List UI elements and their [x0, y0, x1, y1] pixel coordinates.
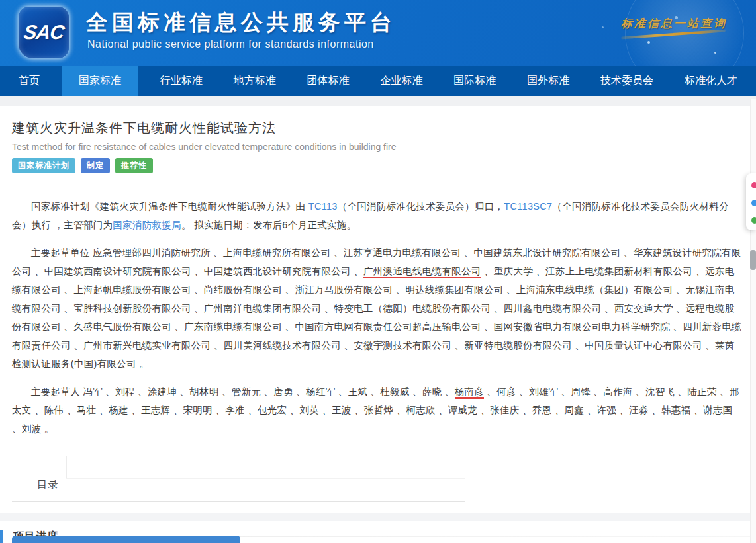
nav-item-industry-standards[interactable]: 行业标准 [151, 66, 212, 96]
red-underlined-text: 杨南彦 [455, 386, 484, 399]
share-icon-green[interactable] [751, 217, 756, 224]
article-body: 国家标准计划《建筑火灾升温条件下电缆耐火性能试验方法》由 TC113（全国消防标… [12, 197, 744, 438]
site-header: SAC 全国标准信息公共服务平台 National public service… [0, 0, 756, 66]
standard-title-en: Test method for fire resistance of cable… [12, 142, 744, 152]
section-separator [0, 513, 756, 521]
share-icon-blue[interactable] [751, 200, 756, 206]
toc-top-border [66, 478, 465, 479]
nav-item-enterprise-standards[interactable]: 企业标准 [371, 66, 432, 96]
text-segment: 、重庆大学 、江苏上上电缆集团新材料有限公司 、远东电缆有限公司 、上海起帆电缆… [12, 266, 741, 369]
badge-national-standard-plan: 国家标准计划 [12, 158, 75, 173]
toc-section: 目录 [12, 456, 465, 502]
nav-item-standardization-talent[interactable]: 标准化人才 [675, 66, 747, 96]
slogan-text: 标准信息一站查询 [621, 16, 727, 31]
inline-link[interactable]: 国家消防救援局 [113, 220, 181, 230]
nav-item-home[interactable]: 首页 [9, 66, 49, 96]
paragraph-overview: 国家标准计划《建筑火灾升温条件下电缆耐火性能试验方法》由 TC113（全国消防标… [12, 197, 744, 234]
share-float-panel [746, 173, 756, 230]
bottom-action-button[interactable] [12, 536, 240, 543]
badge-formulate: 制定 [81, 158, 110, 173]
sac-logo[interactable]: SAC [19, 7, 69, 58]
inline-link[interactable]: TC113 [308, 201, 338, 212]
text-segment: 主要起草人 冯军 、刘程 、涂建坤 、胡林明 、管新元 、唐勇 、杨红军 、王斌… [31, 386, 455, 397]
site-subtitle-en: National public service platform for sta… [87, 38, 374, 50]
nav-item-foreign-standards[interactable]: 国外标准 [518, 66, 579, 96]
badge-row: 国家标准计划 制定 推荐性 [12, 158, 744, 173]
nav-bottom-strip [0, 96, 756, 106]
nav-item-group-standards[interactable]: 团体标准 [298, 66, 359, 96]
scrollbar-track[interactable] [750, 99, 756, 543]
badge-recommended: 推荐性 [115, 158, 153, 173]
spark-decoration [602, 26, 604, 28]
site-title: 全国标准信息公共服务平台 [86, 8, 396, 38]
text-segment: 国家标准计划《建筑火灾升温条件下电缆耐火性能试验方法》由 [31, 201, 308, 212]
main-nav: 首页 国家标准 行业标准 地方标准 团体标准 企业标准 国际标准 国外标准 技术… [0, 66, 756, 96]
standard-title-cn: 建筑火灾升温条件下电缆耐火性能试验方法 [12, 119, 744, 137]
inline-link[interactable]: TC113SC7 [504, 201, 552, 212]
nav-item-technical-committees[interactable]: 技术委员会 [591, 66, 663, 96]
text-segment: （全国消防标准化技术委员会）归口， [338, 201, 504, 212]
main-content: 建筑火灾升温条件下电缆耐火性能试验方法 Test method for fire… [0, 119, 756, 438]
scrollbar-thumb[interactable] [750, 250, 756, 270]
section-accent-bar [0, 530, 3, 543]
nav-item-local-standards[interactable]: 地方标准 [224, 66, 285, 96]
nav-item-international-standards[interactable]: 国际标准 [444, 66, 505, 96]
toc-tab-border [66, 456, 67, 478]
share-icon-pink[interactable] [751, 182, 756, 188]
red-underlined-text: 广州澳通电线电缆有限公司 [363, 266, 481, 278]
sac-logo-text: SAC [22, 21, 65, 44]
tab-toc[interactable]: 目录 [37, 478, 58, 492]
text-segment: 。 拟实施日期：发布后6个月正式实施。 [181, 220, 356, 230]
spark-decoration [647, 41, 650, 44]
spark-decoration [714, 52, 716, 54]
paragraph-drafting-units: 主要起草单位 应急管理部四川消防研究所 、上海电缆研究所有限公司 、江苏亨通电力… [12, 243, 744, 373]
nav-item-national-standards[interactable]: 国家标准 [62, 66, 138, 96]
paragraph-drafters: 主要起草人 冯军 、刘程 、涂建坤 、胡林明 、管新元 、唐勇 、杨红军 、王斌… [12, 382, 744, 438]
